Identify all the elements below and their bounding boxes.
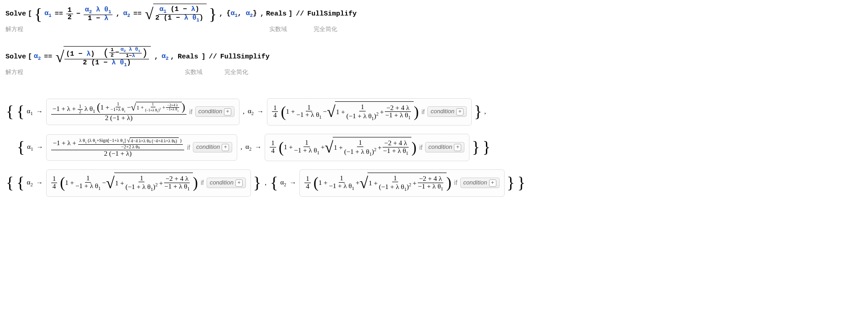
- reals-hint: 实数域: [185, 68, 202, 76]
- fraction-a2lt1: α2 λ θ1 1 − λ: [84, 6, 113, 22]
- plus-icon: +: [224, 108, 231, 116]
- equals: ==: [43, 53, 53, 62]
- input-cell-1: Solve [ { α1 == 1 2 − α2 λ θ1 1 − λ , α2…: [5, 4, 357, 25]
- plus-icon: +: [222, 144, 229, 151]
- condition-label: condition: [428, 143, 452, 151]
- condition-button[interactable]: condition +: [460, 178, 500, 188]
- output-1-solution-1: { { α1 → −1 + λ + 12 λ θ1 ( 1 + 1−1+λ θ1…: [5, 98, 863, 126]
- conditional-box: 14 ( 1 + 1−1 + λ θ1 − √ 1 + 1(−1 + λ θ1)…: [267, 98, 472, 126]
- reals-keyword: Reals: [176, 53, 200, 62]
- postfix: //: [294, 10, 305, 19]
- sqrt-expr-2: √ (1 − λ) ( 12 − α2 λ θ11−λ ) 2 (1 − λ θ…: [55, 46, 151, 68]
- radical-icon: √: [145, 4, 154, 25]
- condition-label: condition: [198, 108, 222, 116]
- rule-arrow: →: [288, 179, 298, 188]
- condition-button[interactable]: condition +: [195, 106, 234, 117]
- conditional-box: 14 ( 1 + 1−1 + λ θ1 + √ 1 + 1(−1 + λ θ1)…: [265, 134, 469, 161]
- if-label: if: [419, 143, 422, 152]
- condition-button[interactable]: condition +: [425, 142, 464, 152]
- equals: ==: [132, 10, 143, 19]
- num: −2 + 4 λ: [164, 175, 190, 183]
- plus-icon: +: [235, 179, 243, 187]
- radicand-text: 4−4 λ+λ θ₁ (−4+4 λ+λ θ₁): [131, 139, 177, 143]
- sqrt-expr: √ α1 (1 − λ) 2 (1 − λ θ1): [145, 4, 207, 25]
- den: 2: [66, 14, 73, 21]
- plus-icon: +: [489, 179, 496, 187]
- condition-button[interactable]: condition +: [207, 178, 246, 188]
- rule-arrow: →: [35, 107, 44, 116]
- bracket-close: ]: [288, 10, 293, 19]
- num: −2 + 4 λ: [383, 140, 408, 147]
- brace-l-icon: {: [34, 8, 42, 21]
- if-label: if: [454, 179, 458, 187]
- condition-label: condition: [210, 179, 234, 187]
- solve-hint: 解方程: [5, 68, 23, 76]
- output-1-solution-2: { α1 → −1 + λ + λ θ1 (λ θ1+Sign[−1+λ θ1]…: [5, 134, 863, 161]
- conditional-box: 14 ( 1 + 1−1 + λ θ1 + √ 1 + 1(−1 + λ θ1)…: [299, 169, 504, 197]
- condition-label: condition: [463, 179, 487, 187]
- conditional-box: 14 ( 1 + 1−1 + λ θ1 − √ 1 + 1(−1 + λ θ1)…: [46, 169, 251, 197]
- plus-icon: +: [454, 144, 461, 151]
- bracket-open: [: [28, 10, 32, 19]
- rule-arrow: →: [35, 179, 44, 188]
- fraction-half: 1 2: [66, 7, 73, 22]
- fullsimp-hint: 完全简化: [224, 68, 248, 76]
- equals: ==: [53, 10, 64, 19]
- num: −2 + 4 λ: [385, 105, 410, 112]
- sign-fn: Sign: [99, 138, 108, 143]
- var-alpha1: α1: [27, 107, 33, 117]
- solve-hint: 解方程: [5, 26, 23, 33]
- if-label: if: [189, 108, 192, 116]
- reals-keyword: Reals: [266, 10, 287, 19]
- var-alpha2: α2: [123, 9, 130, 19]
- rule-arrow: →: [256, 107, 265, 116]
- fullsimp-hint: 完全简化: [314, 26, 337, 33]
- alpha1-value: −1 + λ + 12 λ θ1 ( 1 + 1−1+λ θ1 − √ 1 + …: [51, 102, 186, 122]
- if-label: if: [187, 143, 190, 152]
- rule-arrow: →: [35, 143, 44, 152]
- conditional-box: −1 + λ + λ θ1 (λ θ1+Sign[−1+λ θ1] √4−4 λ…: [46, 134, 237, 161]
- conditional-box: −1 + λ + 12 λ θ1 ( 1 + 1−1+λ θ1 − √ 1 + …: [46, 99, 240, 125]
- solve-head: Solve: [5, 53, 26, 62]
- condition-label: condition: [196, 143, 220, 151]
- input-cell-2: Solve [ α2 == √ (1 − λ) ( 12 − α2 λ θ11−…: [5, 46, 270, 68]
- denominator: 2 (−1 + λ): [104, 115, 134, 122]
- var-alpha1: α1: [44, 9, 51, 19]
- condition-label: condition: [431, 108, 454, 116]
- output-2: { { α2 → 14 ( 1 + 1−1 + λ θ1 − √ 1 + 1(−…: [5, 169, 863, 197]
- if-label: if: [201, 179, 204, 187]
- radical-icon: √: [55, 46, 64, 68]
- var-alpha2: α2: [248, 107, 254, 117]
- brace-r-icon: }: [209, 8, 217, 21]
- num: 1: [66, 7, 73, 15]
- denominator: −2+2 λ θ₁: [120, 145, 141, 150]
- fullsimplify: FullSimplify: [307, 10, 357, 19]
- denominator: 2 (−1 + λ): [103, 150, 133, 158]
- reals-hint: 实数域: [269, 26, 287, 33]
- num: −2 + 4 λ: [418, 175, 443, 183]
- condition-button[interactable]: condition +: [193, 142, 232, 152]
- postfix: //: [208, 53, 218, 62]
- plus-icon: +: [456, 108, 463, 116]
- condition-button[interactable]: condition +: [427, 106, 467, 117]
- solve-head: Solve: [5, 10, 26, 19]
- fullsimplify: FullSimplify: [220, 53, 270, 62]
- if-label: if: [421, 108, 425, 116]
- rule-arrow: →: [253, 143, 263, 152]
